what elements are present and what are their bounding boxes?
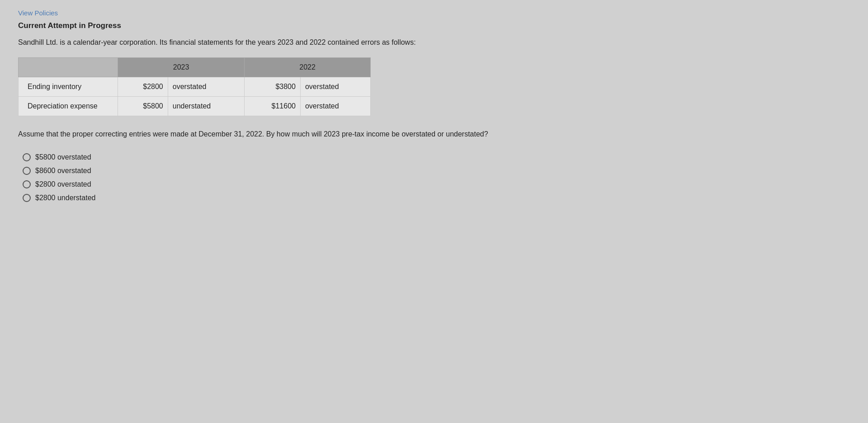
- option-label-opt3: $2800 overstated: [35, 180, 91, 188]
- option-label-opt4: $2800 understated: [35, 194, 95, 202]
- table-row: Ending inventory $2800 overstated $3800 …: [19, 77, 371, 97]
- option-label-opt1: $5800 overstated: [35, 153, 91, 161]
- option-opt2[interactable]: $8600 overstated: [23, 167, 850, 175]
- radio-opt3[interactable]: [23, 180, 31, 188]
- status-2023-1: understated: [168, 97, 244, 116]
- answer-options: $5800 overstated $8600 overstated $2800 …: [23, 153, 850, 202]
- status-2022-0: overstated: [300, 77, 370, 97]
- table-header-2022: 2022: [245, 58, 371, 77]
- row-label-1: Depreciation expense: [19, 97, 118, 116]
- option-opt1[interactable]: $5800 overstated: [23, 153, 850, 161]
- current-attempt-heading: Current Attempt in Progress: [18, 21, 850, 30]
- error-table: 2023 2022 Ending inventory $2800 oversta…: [18, 57, 371, 116]
- view-policies-link[interactable]: View Policies: [18, 9, 58, 17]
- option-opt3[interactable]: $2800 overstated: [23, 180, 850, 188]
- amount-2022-1: $11600: [245, 97, 301, 116]
- option-label-opt2: $8600 overstated: [35, 167, 91, 175]
- table-empty-header: [19, 58, 118, 77]
- option-opt4[interactable]: $2800 understated: [23, 194, 850, 202]
- amount-2022-0: $3800: [245, 77, 301, 97]
- table-header-2023: 2023: [118, 58, 245, 77]
- amount-2023-1: $5800: [118, 97, 168, 116]
- row-label-0: Ending inventory: [19, 77, 118, 97]
- status-2023-0: overstated: [168, 77, 244, 97]
- radio-opt4[interactable]: [23, 194, 31, 202]
- problem-description: Sandhill Ltd. is a calendar-year corpora…: [18, 38, 515, 47]
- status-2022-1: overstated: [300, 97, 370, 116]
- question-text: Assume that the proper correcting entrie…: [18, 129, 515, 140]
- amount-2023-0: $2800: [118, 77, 168, 97]
- table-row: Depreciation expense $5800 understated $…: [19, 97, 371, 116]
- radio-opt1[interactable]: [23, 153, 31, 161]
- radio-opt2[interactable]: [23, 167, 31, 175]
